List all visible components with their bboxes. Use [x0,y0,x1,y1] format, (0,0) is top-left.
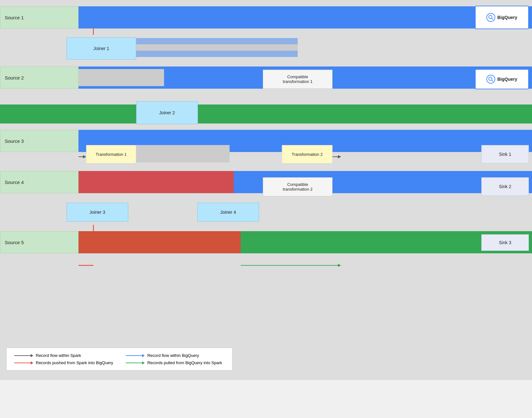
source1-box: Source 1 [0,6,79,28]
bigquery1-icon [486,13,495,22]
legend-bq-flow: Record flow within BigQuery [126,353,225,358]
legend-spark-flow: Record flow within Spark [14,353,113,358]
svg-line-29 [492,80,493,81]
bigquery1-box: BigQuery [475,6,529,29]
svg-point-28 [489,77,492,80]
source5-push-bar [79,231,241,253]
separator1 [0,95,532,104]
bigquery2-box: BigQuery [475,69,529,89]
svg-marker-25 [338,264,341,267]
legend-bq-arrow [126,354,145,357]
source5-box: Source 5 [0,231,79,253]
joiner1-box: Joiner 1 [66,37,136,60]
source2-gray-bar [79,69,164,86]
svg-marker-10 [83,155,86,158]
transform2-box: Transformation 2 [282,145,332,163]
source4-push-bar [79,171,234,193]
sink3-box: Sink 3 [481,234,529,251]
joiner4-box: Joiner 4 [197,203,259,222]
pipeline-bar-joiner2 [0,104,532,124]
source2-box: Source 2 [0,66,79,89]
compat1-box: Compatibletransformation 1 [263,70,332,89]
svg-marker-17 [338,155,341,158]
bigquery2-icon [486,75,495,84]
joiner3-box: Joiner 3 [66,203,128,222]
pipeline-bar-source3 [0,130,532,152]
diagram-container: Source 1 BigQuery Joiner 1 Source 2 Comp… [0,0,532,380]
source3-gray-bar [136,145,230,162]
joiner2-box: Joiner 2 [136,101,198,124]
legend-pull-arrow [126,361,145,364]
legend-pull-flow: Records pulled from BigQuery into Spark [126,360,225,365]
sink1-box: Sink 1 [481,145,529,163]
legend-push-arrow [14,361,33,364]
pipeline-bar-source1 [0,6,532,28]
transform1-box: Transformation 1 [86,145,136,163]
source3-box: Source 3 [0,130,79,152]
svg-point-26 [489,15,492,19]
sink2-box: Sink 2 [481,177,529,196]
legend: Record flow within Spark Record flow wit… [6,348,232,370]
svg-line-27 [492,18,493,20]
legend-push-flow: Records pushed from Spark into BigQuery [14,360,113,365]
source4-box: Source 4 [0,171,79,193]
compat2-box: Compatibletransformation 2 [263,177,332,196]
legend-spark-arrow [14,354,33,357]
